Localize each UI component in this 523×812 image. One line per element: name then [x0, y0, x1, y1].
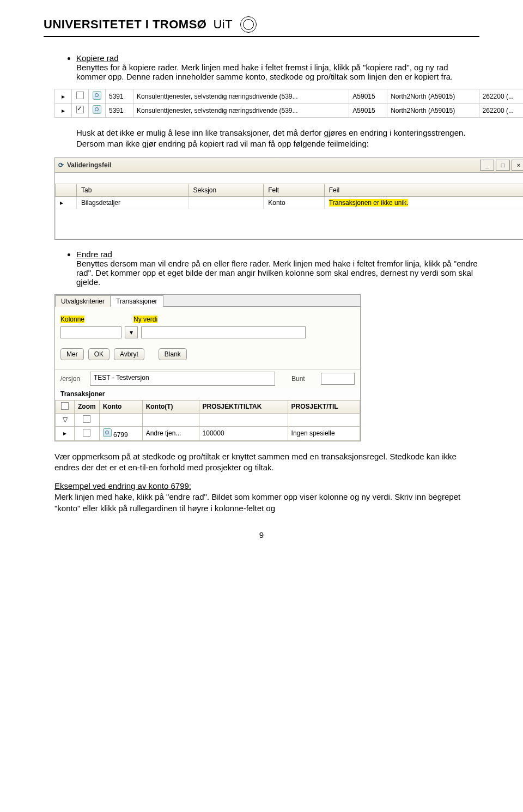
table-row[interactable]: ▸ Bilagsdetaljer Konto Transaksjonen er … [56, 196, 524, 209]
transaksjoner-header: Transaksjoner [55, 388, 360, 400]
kode-cell: A59015 [349, 89, 387, 104]
uit-text: UiT [213, 17, 233, 32]
th-seksjon: Seksjon [188, 184, 264, 196]
filter-handle[interactable]: ▽ [56, 413, 75, 426]
cell-feil: Transaksjonen er ikke unik. [324, 196, 523, 209]
bullet-list: Endre rad Benyttes dersom man vil endre … [44, 250, 479, 287]
paragraph-note: Husk at det ikke er mulig å lese inn lik… [76, 128, 479, 150]
th-konto: Konto [99, 400, 142, 413]
row-checkbox[interactable] [72, 89, 89, 104]
th-felt: Felt [264, 184, 325, 196]
bullet-endre-rad: Endre rad Benyttes dersom man vil endre … [76, 250, 479, 287]
th-prosjekt: PROSJEKT/TILTAK [199, 400, 288, 413]
table-row[interactable]: ▸ 5391 Konsulenttjenester, selvstendig n… [55, 89, 524, 104]
dropdown-button[interactable]: ▾ [125, 326, 138, 338]
kolonne-input[interactable] [60, 326, 121, 338]
avbryt-button[interactable]: Avbryt [114, 348, 144, 360]
tab-transaksjoner[interactable]: Transaksjoner [110, 295, 163, 307]
prosjekt-cell: North2North (A59015) [387, 89, 479, 104]
th-chk[interactable] [56, 400, 75, 413]
blank-button[interactable]: Blank [159, 348, 187, 360]
screenshot-endre-rad: Utvalgskriterier Transaksjoner Kolonne N… [54, 294, 361, 441]
ok-button[interactable]: OK [88, 348, 110, 360]
kode-cell: A59015 [349, 104, 387, 118]
th-feil: Feil [324, 184, 523, 196]
bunt-label: Bunt [291, 375, 321, 383]
versjon-label: /ersjon [60, 375, 90, 383]
belop-cell: 262200 (... [479, 104, 523, 118]
kontot-cell: Andre tjen... [142, 426, 199, 440]
row-checkbox[interactable] [72, 104, 89, 118]
nyverdi-input[interactable] [141, 326, 306, 338]
filter-cell[interactable] [288, 413, 360, 426]
versjon-row: /ersjon TEST - Testversjon Bunt [55, 369, 360, 388]
magnifier-icon [93, 105, 101, 114]
mer-button[interactable]: Mer [60, 348, 84, 360]
konto-cell: 5391 [106, 89, 133, 104]
university-name: UNIVERSITETET I TROMSØ [44, 17, 206, 32]
screenshot-copied-rows: ▸ 5391 Konsulenttjenester, selvstendig n… [54, 89, 523, 118]
th-prosjt: PROSJEKT/TIL [288, 400, 360, 413]
row-handle[interactable]: ▸ [56, 426, 75, 440]
cell-felt: Konto [264, 196, 325, 209]
cell-seksjon [188, 196, 264, 209]
belop-cell: 262200 (... [479, 89, 523, 104]
table-row[interactable]: ▸ 6799 Andre tjen... 100000 Ingen spesie… [56, 426, 360, 440]
tekst-cell: Konsulenttjenester, selvstendig næringsd… [133, 104, 349, 118]
paragraph-note-2: Vær oppmerksom på at stedkode og pro/til… [54, 451, 479, 474]
zoom-cell[interactable]: 6799 [99, 426, 142, 440]
label-nyverdi: Ny verdi [133, 316, 157, 323]
window-title: Valideringsfeil [67, 161, 111, 169]
bullet-kopiere-rad: Kopiere rad Benyttes for å kopiere rader… [76, 53, 479, 81]
refresh-icon: ⟳ [58, 161, 64, 169]
example-body: Merk linjen med hake, klikk på "endre ra… [54, 492, 460, 512]
page-number: 9 [44, 530, 479, 540]
minimize-button[interactable]: _ [480, 160, 494, 171]
example-title: Eksempel ved endring av konto 6799: [54, 481, 191, 490]
paragraph-example: Eksempel ved endring av konto 6799: Merk… [54, 481, 479, 514]
magnifier-icon [103, 428, 112, 437]
table-row[interactable]: ▸ 5391 Konsulenttjenester, selvstendig n… [55, 104, 524, 118]
close-button[interactable]: × [512, 160, 523, 171]
screenshot-validation-error: ⟳ Valideringsfeil _ □ × Tab Seksjon Felt… [54, 157, 523, 240]
th-blank [56, 184, 77, 196]
zoom-cell[interactable] [89, 104, 106, 118]
kopiere-rad-body: Benyttes for å kopiere rader. Merk linje… [76, 63, 453, 81]
filter-cell[interactable] [75, 413, 100, 426]
versjon-field[interactable]: TEST - Testversjon [90, 372, 275, 386]
row-checkbox[interactable] [75, 426, 100, 440]
bullet-list: Kopiere rad Benyttes for å kopiere rader… [44, 53, 479, 81]
filter-cell[interactable] [99, 413, 142, 426]
window-title-bar: ⟳ Valideringsfeil _ □ × [55, 158, 523, 173]
prosjt-cell: Ingen spesielle [288, 426, 360, 440]
label-kolonne: Kolonne [60, 316, 84, 323]
tekst-cell: Konsulenttjenester, selvstendig næringsd… [133, 89, 349, 104]
zoom-cell[interactable] [89, 89, 106, 104]
page-header: UNIVERSITETET I TROMSØ UiT [44, 16, 479, 37]
uit-logo-icon [240, 16, 257, 33]
tab-utvalgskriterier[interactable]: Utvalgskriterier [55, 295, 111, 307]
prosjekt-cell: 100000 [199, 426, 288, 440]
kopiere-rad-title: Kopiere rad [76, 53, 119, 63]
bunt-field[interactable] [321, 373, 355, 385]
th-zoom: Zoom [75, 400, 100, 413]
maximize-button[interactable]: □ [496, 160, 510, 171]
endre-rad-body: Benyttes dersom man vil endre på en elle… [76, 259, 478, 287]
endre-rad-title: Endre rad [76, 250, 112, 259]
validation-table: Tab Seksjon Felt Feil ▸ Bilagsdetaljer K… [55, 184, 523, 239]
filter-cell[interactable] [142, 413, 199, 426]
cell-tab: Bilagsdetaljer [77, 196, 188, 209]
th-tab: Tab [77, 184, 188, 196]
row-handle[interactable]: ▸ [56, 196, 77, 209]
filter-cell[interactable] [199, 413, 288, 426]
konto-cell: 5391 [106, 104, 133, 118]
tab-bar: Utvalgskriterier Transaksjoner [55, 295, 360, 307]
magnifier-icon [93, 91, 101, 100]
prosjekt-cell: North2North (A59015) [387, 104, 479, 118]
row-handle[interactable]: ▸ [55, 104, 72, 118]
row-handle[interactable]: ▸ [55, 89, 72, 104]
transaksjoner-table: Zoom Konto Konto(T) PROSJEKT/TILTAK PROS… [55, 400, 360, 441]
th-kontot: Konto(T) [142, 400, 199, 413]
